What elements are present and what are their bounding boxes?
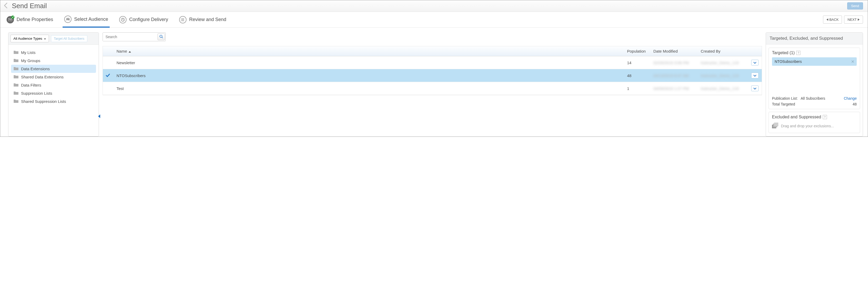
folder-data-extensions[interactable]: Data Extensions <box>11 65 96 73</box>
step-select-audience[interactable]: Select Audience <box>63 12 110 28</box>
folder-icon <box>14 91 19 95</box>
svg-marker-13 <box>98 115 100 118</box>
step-label: Configure Delivery <box>129 17 168 22</box>
row-action-dropdown[interactable] <box>751 86 758 91</box>
caret-down-icon <box>44 37 46 40</box>
row-created-by: Instructor_Demo_119 <box>698 83 748 94</box>
total-targeted-label: Total Targeted <box>772 102 795 106</box>
table-row[interactable]: NTOSubscribers 48 04/13/2019 8:47 AM Ins… <box>103 69 762 82</box>
folder-label: Suppression Lists <box>21 91 52 95</box>
send-button[interactable]: Send <box>847 2 863 9</box>
row-action-dropdown[interactable] <box>751 60 758 65</box>
step-configure-delivery[interactable]: Configure Delivery <box>118 12 169 27</box>
chevron-down-icon <box>753 61 756 65</box>
column-date-modified[interactable]: Date Modified <box>651 46 698 56</box>
step-label: Define Properties <box>17 17 53 22</box>
folder-icon <box>14 99 19 104</box>
table-row[interactable]: Newsletter 14 02/26/2019 3:06 PM Instruc… <box>103 56 762 69</box>
row-population: 48 <box>624 70 651 81</box>
folder-icon <box>14 58 19 63</box>
row-name: Newsletter <box>114 57 624 68</box>
back-button[interactable]: BACK <box>823 15 842 24</box>
row-name: NTOSubscribers <box>114 70 624 81</box>
target-all-subscribers-button[interactable]: Target All Subscribers <box>51 35 87 42</box>
close-icon[interactable] <box>851 59 854 64</box>
folder-label: Data Extensions <box>21 67 50 71</box>
targeted-chip[interactable]: NTOSubscribers <box>772 57 857 66</box>
svg-point-2 <box>68 18 69 20</box>
change-publication-list-link[interactable]: Change <box>844 96 857 100</box>
audience-sidebar: All Audience Types Target All Subscriber… <box>8 32 99 136</box>
row-selected-check-icon <box>103 70 114 81</box>
excluded-title: Excluded and Suppressed <box>772 115 821 120</box>
folder-label: Shared Data Extensions <box>21 75 64 79</box>
row-population: 14 <box>624 57 651 68</box>
svg-point-14 <box>160 35 162 37</box>
svg-marker-12 <box>44 38 46 40</box>
next-button[interactable]: NEXT <box>844 15 863 24</box>
help-icon[interactable]: ? <box>823 115 827 119</box>
folder-list: My Lists My Groups Data Extensions Share… <box>8 45 99 109</box>
column-population[interactable]: Population <box>624 46 651 56</box>
targeting-panel: Targeted, Excluded, and Suppressed Targe… <box>766 32 863 136</box>
folder-shared-suppression-lists[interactable]: Shared Suppression Lists <box>11 97 96 105</box>
folder-icon <box>14 67 19 71</box>
row-date: 04/13/2019 8:47 AM <box>651 70 698 81</box>
svg-point-8 <box>181 20 182 20</box>
table-row[interactable]: Test 1 04/09/2019 1:27 PM Instructor_Dem… <box>103 82 762 95</box>
clock-icon <box>119 16 126 24</box>
svg-marker-11 <box>858 19 860 21</box>
row-population: 1 <box>624 83 651 94</box>
step-define-properties[interactable]: Define Properties <box>5 12 55 27</box>
svg-line-15 <box>162 37 163 38</box>
search-input[interactable] <box>103 33 158 41</box>
back-chevron-icon[interactable] <box>3 2 9 10</box>
dropdown-label: All Audience Types <box>13 37 42 40</box>
chevron-down-icon <box>753 74 756 77</box>
svg-marker-16 <box>129 51 131 53</box>
row-created-by: Instructor_Demo_119 <box>698 70 748 81</box>
folder-my-groups[interactable]: My Groups <box>11 57 96 65</box>
folder-label: My Groups <box>21 58 40 63</box>
folder-icon <box>14 83 19 87</box>
folder-icon <box>14 75 19 79</box>
publication-list-value: All Subscribers <box>801 96 825 100</box>
triangle-right-icon <box>858 18 860 22</box>
step-review-and-send[interactable]: Review and Send <box>178 12 228 27</box>
row-date: 02/26/2019 3:06 PM <box>651 57 698 68</box>
step-label: Review and Send <box>189 17 226 22</box>
triangle-left-icon <box>827 18 828 22</box>
audience-type-dropdown[interactable]: All Audience Types <box>10 35 49 42</box>
folder-label: Shared Suppression Lists <box>21 99 66 104</box>
search-button[interactable] <box>158 33 165 40</box>
chevron-down-icon <box>753 87 756 91</box>
svg-point-7 <box>181 19 182 19</box>
help-icon[interactable]: ? <box>796 51 800 55</box>
row-action-dropdown[interactable] <box>751 73 758 78</box>
step-label: Select Audience <box>74 17 108 22</box>
folder-label: My Lists <box>21 50 35 55</box>
folder-icon <box>14 50 19 55</box>
excluded-box: Excluded and Suppressed ? Drag and drop … <box>769 112 860 133</box>
envelope-icon <box>7 16 14 24</box>
people-icon <box>64 15 71 23</box>
svg-point-1 <box>66 18 68 20</box>
folder-my-lists[interactable]: My Lists <box>11 48 96 57</box>
folder-shared-data-extensions[interactable]: Shared Data Extensions <box>11 73 96 81</box>
list-icon <box>179 16 186 24</box>
publication-list-label: Publication List: <box>772 96 798 100</box>
folder-suppression-lists[interactable]: Suppression Lists <box>11 89 96 97</box>
targeted-box: Targeted (1) ? NTOSubscribers Publicatio… <box>769 47 860 109</box>
column-created-by[interactable]: Created By <box>698 46 748 56</box>
folder-data-filters[interactable]: Data Filters <box>11 81 96 89</box>
row-created-by: Instructor_Demo_119 <box>698 57 748 68</box>
sort-asc-icon <box>129 49 131 54</box>
dropzone-text: Drag and drop your exclusions... <box>781 124 834 128</box>
search-icon <box>159 35 163 39</box>
exclusion-dropzone[interactable]: Drag and drop your exclusions... <box>772 122 857 130</box>
chip-label: NTOSubscribers <box>775 59 802 64</box>
sidebar-collapse-handle[interactable] <box>98 115 100 119</box>
check-badge-icon <box>11 15 14 19</box>
column-name[interactable]: Name <box>114 46 624 56</box>
page-title: Send Email <box>12 2 47 10</box>
